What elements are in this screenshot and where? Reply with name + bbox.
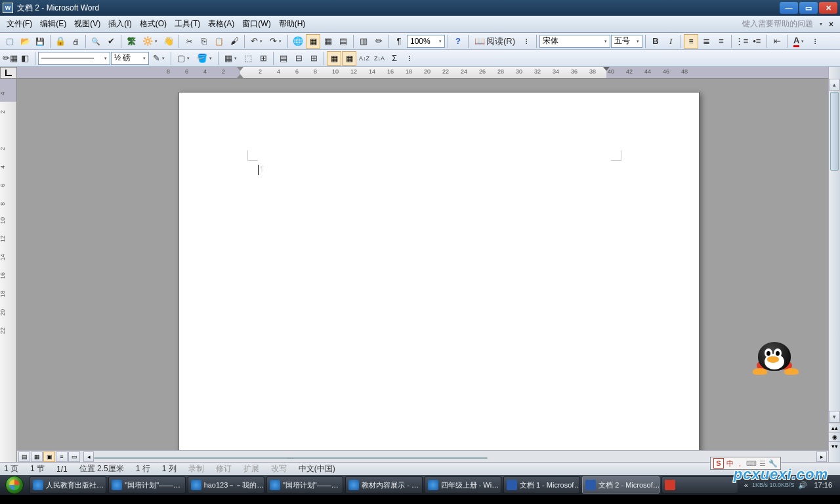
help-dropdown-icon[interactable]: ▾ [817, 21, 825, 27]
status-column[interactable]: 1 列 [162, 463, 177, 474]
taskbar-item[interactable]: 人民教育出版社… [30, 476, 106, 494]
status-rec[interactable]: 录制 [188, 463, 204, 474]
print-button[interactable] [68, 34, 83, 49]
insert-worksheet-button[interactable]: ▤ [336, 34, 350, 49]
copy-button[interactable] [197, 34, 211, 49]
menu-edit[interactable]: 编辑(E) [36, 16, 70, 32]
numbering-button[interactable]: ⋮≡ [734, 34, 749, 49]
prev-page-button[interactable]: ▴▴ [829, 423, 840, 432]
ime-toolbar[interactable]: S 中 ， ⌨ ☰ 🔧 [710, 457, 781, 470]
taskbar-item[interactable] [662, 476, 738, 494]
status-lang[interactable]: 中文(中国) [299, 463, 335, 474]
hscroll-right[interactable]: ▸ [816, 452, 827, 462]
hide-gridlines-button[interactable]: ▦ [342, 51, 356, 66]
hscroll-thumb[interactable]: ∙∙∙ [94, 457, 488, 459]
align-center-button[interactable]: ≣ [699, 34, 713, 49]
decrease-indent-button[interactable]: ⇤ [770, 34, 784, 49]
spelling-button[interactable]: ✔ [104, 34, 118, 49]
maximize-button[interactable]: ▭ [799, 2, 818, 14]
font-size-combo[interactable]: 五号▾ [611, 35, 642, 48]
tray-clock[interactable]: 17:16 [811, 481, 835, 489]
vscroll-down[interactable]: ▾ [829, 411, 840, 423]
align-left-button[interactable]: ≡ [684, 34, 698, 49]
shading-color-button[interactable]: 🪣▾ [194, 51, 215, 66]
minimize-button[interactable]: ― [780, 2, 798, 14]
border-color-button[interactable]: ✎▾ [150, 51, 168, 66]
taskbar-item[interactable]: "国培计划"——… [266, 476, 343, 494]
taskbar-item[interactable]: 文档 2 - Microsof… [582, 476, 659, 494]
menu-tools[interactable]: 工具(T) [171, 16, 204, 32]
cut-button[interactable] [182, 34, 196, 49]
reading-layout-button[interactable]: 📖 阅读(R) [471, 34, 518, 49]
page[interactable] [178, 92, 700, 450]
vscroll-thumb[interactable] [830, 92, 839, 171]
split-cells-button[interactable]: ⊞ [256, 51, 270, 66]
help-search-box[interactable]: 键入需要帮助的问题 [738, 17, 817, 31]
redo-button[interactable]: ▾ [266, 34, 285, 49]
taskbar-item[interactable]: 文档 1 - Microsof… [503, 476, 580, 494]
vertical-scrollbar[interactable]: ▴ ▾ ▴▴ ◉ ▾▾ [828, 67, 840, 462]
undo-button[interactable]: ▾ [247, 34, 266, 49]
paste-button[interactable] [212, 34, 226, 49]
align-right-button[interactable]: ≡ [714, 34, 728, 49]
hyperlink-button[interactable]: 🌐 [291, 34, 305, 49]
close-button[interactable]: ✕ [819, 2, 837, 14]
tray-expand-icon[interactable]: « [744, 481, 748, 489]
horizontal-ruler[interactable]: 8642246810121416182022242628303234363840… [17, 67, 828, 79]
taskbar-item[interactable]: hao123－－我的… [188, 476, 264, 494]
menu-table[interactable]: 表格(A) [204, 16, 238, 32]
outline-view-button[interactable]: ≡ [56, 452, 68, 462]
start-button[interactable] [1, 475, 28, 495]
vscroll-up[interactable]: ▴ [829, 79, 840, 91]
taskbar-item[interactable]: 四年级上册 - Wi… [425, 476, 501, 494]
line-weight-combo[interactable]: ½ 磅▾ [111, 52, 149, 65]
tables-borders-button[interactable]: ▦ [306, 34, 320, 49]
status-position[interactable]: 位置 2.5厘米 [79, 463, 124, 474]
status-ovr[interactable]: 改写 [271, 463, 287, 474]
align-cells-button[interactable]: ▤ [276, 51, 291, 66]
menu-format[interactable]: 格式(O) [136, 16, 171, 32]
status-ext[interactable]: 扩展 [243, 463, 259, 474]
format-painter-button[interactable]: 🖌 [227, 34, 242, 49]
doc-map-button[interactable]: ¶ [392, 34, 406, 49]
tab-selector[interactable] [0, 67, 17, 79]
table-autoformat-button[interactable]: ▦ [327, 51, 341, 66]
menu-view[interactable]: 视图(V) [70, 16, 104, 32]
toolbar-options-button[interactable]: ⫶ [519, 34, 534, 49]
first-line-indent[interactable] [237, 67, 243, 71]
menu-help[interactable]: 帮助(H) [275, 16, 310, 32]
print-preview-button[interactable] [89, 34, 103, 49]
toolbar1-overflow[interactable]: ⫶ [808, 34, 822, 49]
zoom-combo[interactable]: 100%▾ [407, 35, 445, 48]
ime-punct[interactable]: ， [736, 459, 744, 469]
sort-desc-button[interactable]: Z↓A [372, 51, 387, 66]
font-color-button[interactable]: A▾ [790, 34, 807, 49]
distribute-rows-button[interactable]: ⊟ [291, 51, 306, 66]
status-pages[interactable]: 1/1 [56, 465, 68, 474]
status-section[interactable]: 1 节 [30, 463, 45, 474]
insert-table-button[interactable]: ▦ [321, 34, 335, 49]
italic-button[interactable]: I [663, 34, 678, 49]
menu-insert[interactable]: 插入(I) [104, 16, 135, 32]
tray-volume-icon[interactable]: 🔊 [798, 481, 807, 490]
outside-border-button[interactable]: ▢▾ [174, 51, 193, 66]
ime-logo[interactable]: S [713, 458, 724, 469]
tray-network[interactable]: 1KB/s 10.0KB/S [752, 482, 795, 488]
menu-file[interactable]: 文件(F) [3, 16, 36, 32]
vertical-ruler[interactable]: 4 2 2 4 6 8 10 12 14 16 18 20 22 [0, 79, 17, 462]
insert-table2-button[interactable]: ▦▾ [221, 51, 240, 66]
doc-close-button[interactable]: × [825, 20, 837, 29]
next-page-button[interactable]: ▾▾ [829, 441, 840, 450]
eraser-button[interactable]: ◧ [18, 51, 32, 66]
qq-mascot[interactable] [753, 342, 799, 375]
status-page[interactable]: 1 页 [4, 463, 18, 474]
autosum-button[interactable]: Σ [387, 51, 402, 66]
font-name-combo[interactable]: 宋体▾ [539, 35, 610, 48]
merge-cells-button[interactable]: ⬚ [241, 51, 255, 66]
save-button[interactable] [33, 34, 47, 49]
draw-table-button[interactable]: ✏▦ [3, 51, 17, 66]
reading-view-button[interactable]: ▭ [68, 452, 80, 462]
document-area[interactable] [17, 79, 828, 450]
research-button[interactable]: 🔆▾ [139, 34, 161, 49]
taskbar-item[interactable]: 教材内容展示 - … [345, 476, 422, 494]
